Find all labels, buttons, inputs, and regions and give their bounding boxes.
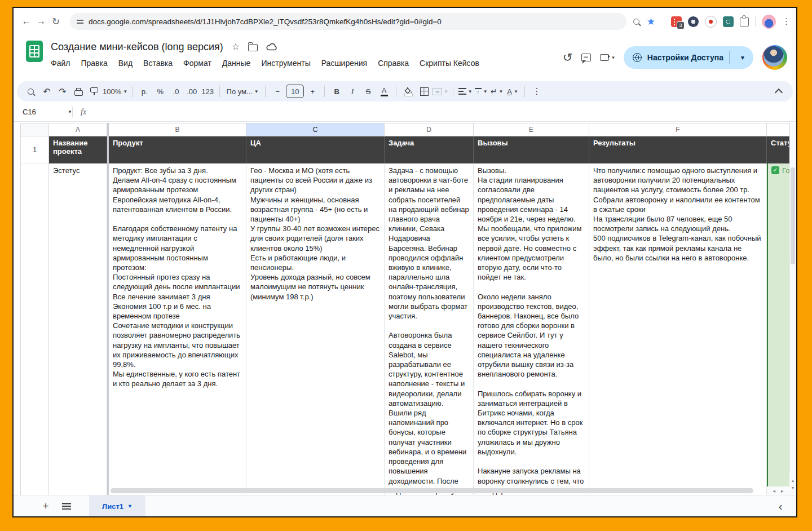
italic-button[interactable]: I	[345, 84, 360, 99]
strikethrough-button[interactable]: S	[361, 84, 376, 99]
cell-c2: Гео - Москва и МО (хотя есть пациенты со…	[246, 163, 385, 495]
number-format-button[interactable]: 123	[200, 84, 215, 99]
meet-button[interactable]: ▾	[600, 54, 615, 61]
font-size-input[interactable]: 10	[286, 84, 304, 99]
cell-c1[interactable]: ЦА	[246, 136, 385, 163]
column-header-d[interactable]: D	[385, 123, 474, 136]
document-title[interactable]: Создание мини-кейсов (long версия)	[51, 41, 223, 53]
format-currency-button[interactable]: р.	[137, 84, 152, 99]
menu-format[interactable]: Формат	[182, 57, 213, 69]
name-box[interactable]: C16 ▼	[14, 108, 72, 116]
name-box-dropdown-icon[interactable]: ▼	[68, 109, 72, 114]
sheet-tab-list1[interactable]: Лист1 ▼	[89, 495, 145, 517]
toolbar-search-icon[interactable]	[24, 84, 38, 99]
collapse-toolbar-icon[interactable]	[771, 84, 786, 99]
scroll-up-icon[interactable]: ▴	[792, 478, 794, 483]
cell-g1-status-header[interactable]: Статус	[767, 136, 789, 163]
vertical-align-button[interactable]: ↑▼	[474, 84, 488, 99]
menu-case-scripts[interactable]: Скрипты Кейсов	[418, 57, 480, 69]
cloud-status-icon[interactable]	[266, 43, 277, 51]
font-select[interactable]: По ум...▼	[224, 84, 261, 99]
grid-corner-box[interactable]	[20, 123, 49, 136]
menu-extensions[interactable]: Расширения	[320, 57, 368, 69]
vertical-scroll-buttons[interactable]: ▴▾	[789, 474, 796, 495]
cell-b1[interactable]: Продукт	[109, 136, 246, 163]
cell-f1[interactable]: Результаты	[589, 136, 767, 163]
cell-d1[interactable]: Задача	[385, 136, 474, 163]
column-header-c-selected[interactable]: C	[246, 123, 385, 136]
scroll-down-icon[interactable]: ▾	[792, 485, 794, 490]
add-sheet-button[interactable]: +	[37, 495, 54, 517]
version-history-icon[interactable]: ↺	[563, 51, 573, 64]
extensions-puzzle-icon[interactable]	[740, 17, 749, 26]
back-button[interactable]: ←	[19, 16, 34, 27]
scroll-right-icon[interactable]: ▸	[781, 488, 784, 494]
screen-record-icon[interactable]	[705, 16, 717, 28]
text-rotation-button[interactable]: A▼	[505, 84, 520, 99]
star-document-icon[interactable]: ☆	[232, 42, 240, 51]
menu-data[interactable]: Данные	[221, 57, 252, 69]
forward-button[interactable]: →	[34, 16, 48, 27]
address-bar[interactable]: docs.google.com/spreadsheets/d/1J1Hlvjoh…	[70, 13, 626, 30]
zoom-page-icon[interactable]	[633, 19, 639, 25]
horizontal-align-button[interactable]: ▼	[458, 84, 473, 99]
borders-button[interactable]	[417, 84, 431, 99]
comments-icon[interactable]	[581, 54, 591, 61]
format-percent-button[interactable]: %	[153, 84, 167, 99]
vertical-scrollbar-thumb[interactable]	[791, 167, 795, 264]
globe-icon	[633, 53, 642, 62]
move-folder-icon[interactable]	[248, 44, 258, 51]
extension-teal-icon[interactable]	[723, 16, 734, 27]
toolbar-more-icon[interactable]: ⋮	[529, 84, 544, 99]
row-header-2[interactable]	[20, 163, 49, 495]
url-text[interactable]: docs.google.com/spreadsheets/d/1J1Hlvjoh…	[89, 17, 442, 26]
column-header-a[interactable]: A	[49, 123, 107, 136]
bold-button[interactable]: B	[329, 84, 344, 99]
menu-view[interactable]: Вид	[117, 57, 134, 69]
column-header-g-partial[interactable]	[767, 123, 789, 136]
share-dropdown-icon[interactable]: ▼	[735, 55, 750, 61]
site-info-icon[interactable]	[77, 19, 83, 24]
zoom-select[interactable]: 100%▼	[103, 84, 127, 99]
menu-edit[interactable]: Правка	[80, 57, 108, 69]
share-button[interactable]: Настройки Доступа ▼	[624, 46, 753, 69]
decrease-decimal-button[interactable]: .0	[169, 84, 183, 99]
browser-profile-avatar[interactable]	[762, 15, 776, 29]
print-icon[interactable]	[71, 84, 86, 99]
bookmark-star-icon[interactable]: ★	[647, 17, 655, 26]
column-header-b[interactable]: B	[109, 123, 246, 136]
column-header-f[interactable]: F	[589, 123, 767, 136]
cell-g2-status[interactable]: ✓ Готово	[767, 163, 789, 495]
extension-red-icon[interactable]: 3	[671, 16, 682, 27]
redo-icon[interactable]: ↷	[55, 84, 70, 99]
text-wrap-button[interactable]: ↵▼	[489, 84, 504, 99]
sheets-logo-icon[interactable]	[26, 41, 43, 62]
undo-icon[interactable]: ↶	[39, 84, 54, 99]
scroll-left-icon[interactable]: ◂	[773, 488, 775, 494]
menu-file[interactable]: Файл	[50, 57, 71, 69]
reload-button[interactable]: ↻	[48, 16, 63, 28]
menu-tools[interactable]: Инструменты	[260, 57, 311, 69]
browser-window: ← → ↻ docs.google.com/spreadsheets/d/1J1…	[12, 7, 797, 517]
browser-menu-icon[interactable]: ⋮	[782, 16, 791, 26]
extension-circle-icon[interactable]	[688, 16, 699, 27]
paint-format-icon[interactable]	[87, 84, 102, 99]
horizontal-scroll-buttons[interactable]: ◂▸	[767, 486, 789, 495]
collapse-panel-chevron[interactable]: ‹	[774, 495, 787, 517]
horizontal-scrollbar-thumb[interactable]	[111, 488, 753, 493]
menu-insert[interactable]: Вставка	[142, 57, 174, 69]
column-header-e[interactable]: E	[474, 123, 589, 136]
row-header-1[interactable]: 1	[20, 136, 49, 163]
text-color-button[interactable]: A	[377, 84, 391, 99]
sheet-tab-menu-icon[interactable]: ▼	[127, 503, 133, 509]
status-checkbox-icon[interactable]: ✓	[771, 166, 779, 174]
increase-font-size-button[interactable]: +	[305, 84, 320, 99]
account-avatar[interactable]	[762, 45, 787, 70]
menu-help[interactable]: Справка	[377, 57, 410, 69]
cell-e1[interactable]: Вызовы	[474, 136, 589, 163]
all-sheets-icon[interactable]	[62, 503, 71, 510]
increase-decimal-button[interactable]: .00	[184, 84, 199, 99]
cell-a1[interactable]: Название проекта	[49, 136, 107, 163]
fill-color-button[interactable]	[401, 84, 416, 99]
decrease-font-size-button[interactable]: −	[270, 84, 285, 99]
